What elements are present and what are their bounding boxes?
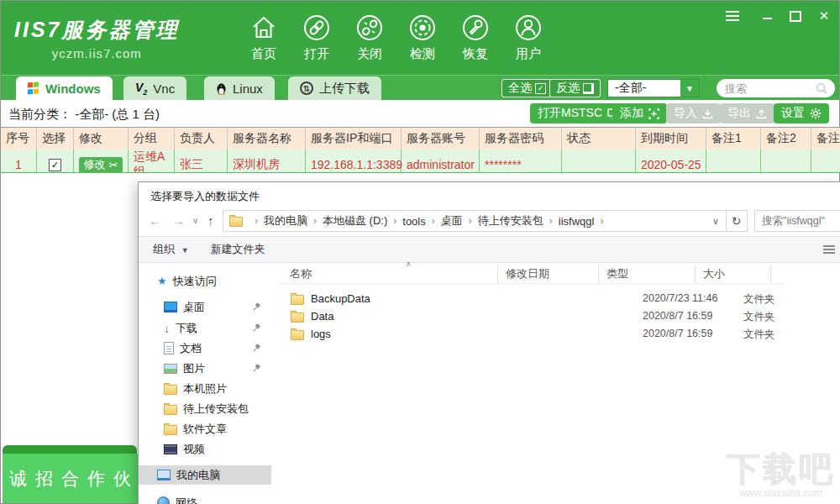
refresh-icon[interactable]: ↻ bbox=[726, 210, 748, 232]
nav-user[interactable]: 用户 bbox=[502, 12, 554, 62]
sidebar-item-quick-access[interactable]: 快速访问 bbox=[139, 271, 271, 291]
breadcrumb-chevron: › bbox=[549, 215, 553, 227]
breadcrumb-chevron: › bbox=[313, 215, 317, 227]
server-search-box bbox=[717, 79, 835, 97]
breadcrumb-item[interactable]: 待上传安装包 bbox=[478, 213, 543, 228]
settings-button[interactable]: 设置 bbox=[774, 103, 829, 123]
sidebar-item-upload-packages[interactable]: 待上传安装包 bbox=[139, 399, 271, 418]
row-expire-date: 2020-05-25 bbox=[636, 150, 706, 173]
file-row[interactable]: Data 2020/8/7 16:59 文件夹 bbox=[279, 307, 833, 325]
select-all-button[interactable]: 全选 ✓ bbox=[501, 79, 553, 97]
sidebar-item-downloads[interactable]: 下载 bbox=[139, 318, 271, 338]
folder-icon bbox=[164, 385, 177, 395]
network-icon bbox=[157, 496, 170, 504]
breadcrumb-item[interactable]: 本地磁盘 (D:) bbox=[323, 213, 387, 228]
menu-icon[interactable] bbox=[723, 8, 742, 24]
tab-windows[interactable]: Windows bbox=[16, 76, 113, 100]
export-button[interactable]: 导出 bbox=[720, 103, 774, 123]
app-header: IIS7服务器管理 yczm.iis7.com 首页 打开 bbox=[1, 1, 839, 75]
nav-restore[interactable]: 恢复 bbox=[449, 12, 501, 62]
tab-upload-download[interactable]: ⇅ 上传下载 bbox=[288, 76, 381, 100]
address-dropdown-icon[interactable]: ∨ bbox=[712, 216, 726, 227]
sidebar-item-videos[interactable]: 视频 bbox=[139, 439, 271, 459]
pin-icon bbox=[253, 323, 261, 332]
link-off-icon bbox=[344, 12, 396, 44]
server-table-header: 序号 选择 修改 分组 负责人 服务器名称 服务器IP和端口 服务器账号 服务器… bbox=[1, 128, 840, 150]
dialog-title: 选择要导入的数据文件 bbox=[150, 189, 260, 204]
row-server-name: 深圳机房 bbox=[228, 150, 306, 173]
back-arrow-icon[interactable]: ← bbox=[149, 213, 161, 228]
nav-open[interactable]: 打开 bbox=[291, 12, 343, 62]
radar-icon bbox=[396, 12, 449, 44]
organize-menu[interactable]: 组织 ▼ bbox=[153, 242, 189, 257]
pin-icon bbox=[253, 344, 261, 352]
download-arrow-icon bbox=[164, 322, 170, 335]
group-filter-dropdown[interactable]: -全部- ▼ bbox=[607, 79, 700, 97]
sidebar-item-network[interactable]: 网络 bbox=[139, 493, 271, 504]
tab-vnc[interactable]: V2 Vnc bbox=[123, 76, 186, 100]
column-header-size[interactable]: 大小 bbox=[703, 266, 725, 281]
action-bar: 当前分类： -全部- (总 1 台) 打开MSTSC 添加 导入 bbox=[1, 100, 839, 127]
pin-icon bbox=[253, 302, 261, 311]
modify-button[interactable]: 修改 ✂ bbox=[79, 157, 123, 173]
user-icon bbox=[502, 12, 554, 44]
sidebar-item-desktop[interactable]: 桌面 bbox=[139, 297, 271, 317]
desktop-icon bbox=[164, 302, 177, 312]
dialog-search-input[interactable] bbox=[760, 214, 835, 228]
row-note2 bbox=[761, 150, 811, 173]
sidebar-item-pictures[interactable]: 图片 bbox=[139, 359, 271, 378]
partner-ad-banner[interactable]: 诚招合作伙 bbox=[3, 454, 144, 503]
quick-access-star-icon bbox=[157, 275, 167, 287]
sidebar-item-my-computer[interactable]: 我的电脑 bbox=[139, 465, 271, 485]
file-row[interactable]: logs 2020/8/7 16:59 文件夹 bbox=[279, 325, 833, 343]
column-header-name[interactable]: 名称 bbox=[290, 266, 312, 281]
sidebar-item-software-articles[interactable]: 软件文章 bbox=[139, 419, 271, 438]
breadcrumb-item[interactable]: iisfwqgl bbox=[559, 215, 595, 228]
checkbox-invert-icon bbox=[583, 83, 594, 94]
new-folder-button[interactable]: 新建文件夹 bbox=[211, 242, 265, 257]
nav-home[interactable]: 首页 bbox=[238, 12, 290, 62]
breadcrumb-item[interactable]: 我的电脑 bbox=[264, 213, 307, 228]
breadcrumb-item[interactable]: 桌面 bbox=[441, 213, 463, 228]
column-header-type[interactable]: 类型 bbox=[606, 266, 628, 281]
add-plus-icon bbox=[648, 108, 659, 119]
server-table: 序号 选择 修改 分组 负责人 服务器名称 服务器IP和端口 服务器账号 服务器… bbox=[1, 127, 840, 173]
up-arrow-icon[interactable]: ↑ bbox=[207, 213, 214, 228]
logo-title: IIS7服务器管理 bbox=[14, 16, 179, 44]
row-checkbox[interactable]: ✓ bbox=[49, 159, 61, 171]
link-icon bbox=[291, 12, 343, 44]
nav-detect[interactable]: 检测 bbox=[396, 12, 449, 62]
nav-close-server[interactable]: 关闭 bbox=[344, 12, 396, 62]
row-account: administrator bbox=[402, 150, 480, 173]
invert-select-button[interactable]: 反选 bbox=[549, 79, 601, 97]
breadcrumb-item[interactable]: tools bbox=[402, 215, 425, 228]
maximize-button[interactable] bbox=[786, 8, 805, 24]
tab-bar: Windows V2 Vnc Linux ⇅ 上传下载 全选 ✓ bbox=[1, 75, 839, 100]
column-header-date[interactable]: 修改日期 bbox=[506, 266, 549, 281]
add-server-button[interactable]: 添加 bbox=[612, 103, 667, 123]
home-icon bbox=[238, 12, 290, 44]
row-index: 1 bbox=[1, 150, 37, 173]
linux-penguin-icon bbox=[216, 82, 227, 95]
import-button[interactable]: 导入 bbox=[666, 103, 721, 123]
pin-icon bbox=[253, 364, 261, 372]
sort-ascending-icon: ∧ bbox=[406, 260, 412, 268]
chevron-down-icon: ▼ bbox=[680, 80, 699, 97]
details-view-icon[interactable] bbox=[823, 244, 837, 255]
row-group: 运维A组 bbox=[129, 150, 175, 173]
server-search-input[interactable] bbox=[723, 81, 816, 96]
minimize-button[interactable] bbox=[758, 8, 776, 24]
folder-icon bbox=[291, 312, 304, 323]
sidebar-item-local-photos[interactable]: 本机照片 bbox=[139, 379, 271, 398]
address-bar[interactable]: › 我的电脑 › 本地磁盘 (D:) › tools › 桌面 › 待上传安装包… bbox=[223, 210, 727, 232]
forward-arrow-icon[interactable]: → bbox=[172, 213, 185, 228]
row-note3 bbox=[811, 150, 840, 173]
sidebar-item-documents[interactable]: 文档 bbox=[139, 339, 271, 358]
server-table-row: 1 ✓ 修改 ✂ 运维A组 张三 深圳机房 192.168.1.1:3389 a… bbox=[1, 150, 840, 173]
file-row[interactable]: BackupData 2020/7/23 11:46 文件夹 bbox=[279, 290, 833, 307]
history-chevron-icon[interactable]: ∨ bbox=[192, 216, 198, 225]
breadcrumb-chevron: › bbox=[469, 215, 472, 227]
close-button[interactable]: ✕ bbox=[815, 8, 833, 24]
import-file-dialog: 选择要导入的数据文件 ← → ∨ ↑ › 我的电脑 › 本地磁盘 (D:) › … bbox=[138, 181, 840, 504]
tab-linux[interactable]: Linux bbox=[204, 76, 275, 100]
